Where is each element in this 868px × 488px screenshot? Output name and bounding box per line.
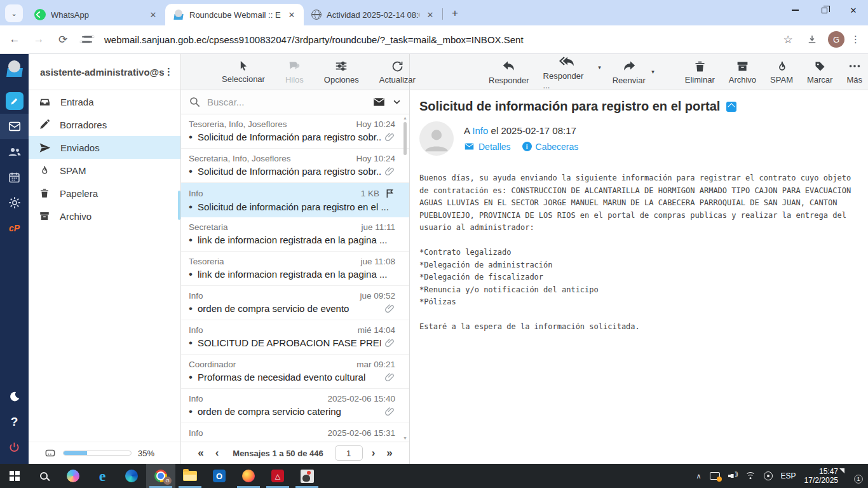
- rail-contacts-button[interactable]: [0, 139, 29, 165]
- unread-dot: •: [189, 269, 193, 280]
- dark-mode-button[interactable]: [0, 384, 29, 409]
- copilot-button[interactable]: [58, 464, 88, 488]
- select-button[interactable]: Seleccionar: [216, 60, 271, 84]
- list-scrollbar[interactable]: ▲ ▼: [402, 116, 409, 440]
- message-row[interactable]: Infojue 09:52 •orden de compra servicio …: [181, 286, 409, 320]
- message-row[interactable]: Info2025-02-06 15:31: [181, 423, 409, 442]
- tray-chevron-icon[interactable]: ∧: [696, 472, 702, 480]
- message-row[interactable]: Secretariajue 11:11 •link de informacion…: [181, 217, 409, 252]
- account-menu-button[interactable]: ⋮: [164, 66, 174, 78]
- back-button[interactable]: ←: [5, 30, 24, 49]
- message-row[interactable]: Coordinadormar 09:21 •Proformas de neces…: [181, 355, 409, 389]
- last-page-button[interactable]: »: [384, 447, 395, 459]
- wifi-icon[interactable]: [745, 472, 756, 480]
- file-explorer-button[interactable]: [175, 464, 205, 488]
- page-input[interactable]: [335, 445, 363, 461]
- internet-explorer-button[interactable]: e: [88, 464, 117, 488]
- threads-button[interactable]: Hilos: [280, 59, 309, 85]
- rail-cpanel-button[interactable]: cP: [0, 215, 29, 241]
- reply-all-caret-icon[interactable]: ▾: [598, 64, 601, 71]
- search-input[interactable]: [207, 97, 366, 107]
- forward-button[interactable]: Reenviar ▾: [607, 58, 651, 85]
- tab-search-button[interactable]: ⌄: [5, 4, 23, 22]
- scroll-down-icon[interactable]: ▼: [403, 436, 407, 440]
- sidebar-scrollbar-thumb[interactable]: [178, 191, 180, 220]
- reply-button[interactable]: Responder: [483, 58, 535, 85]
- reload-button[interactable]: ⟳: [53, 30, 72, 49]
- start-button[interactable]: [0, 464, 29, 488]
- minimize-button[interactable]: [780, 0, 810, 20]
- folder-enviados[interactable]: Enviados: [29, 136, 180, 159]
- outlook-button[interactable]: O: [205, 464, 234, 488]
- logout-button[interactable]: [0, 435, 29, 460]
- search-scope-mail-icon[interactable]: [372, 95, 386, 109]
- close-window-button[interactable]: ✕: [839, 0, 868, 20]
- message-row[interactable]: Tesoreriajue 11:08 •link de informacion …: [181, 252, 409, 286]
- url-bar[interactable]: webmail.sanjuan.gob.ec/cpsess9100832047/…: [104, 34, 773, 45]
- firefox-button[interactable]: [234, 464, 263, 488]
- mark-button[interactable]: Marcar: [801, 60, 838, 85]
- compose-button[interactable]: [0, 88, 29, 114]
- tab-close-icon[interactable]: ✕: [286, 9, 297, 20]
- chrome-button[interactable]: G: [146, 464, 175, 488]
- scrollbar-thumb[interactable]: [403, 122, 407, 155]
- folder-borradores[interactable]: Borradores: [29, 113, 180, 136]
- tab-close-icon[interactable]: ✕: [424, 9, 436, 20]
- browser-menu-button[interactable]: ⋮: [851, 34, 860, 45]
- prev-page-button[interactable]: ‹: [213, 447, 222, 459]
- tag-icon: [813, 60, 827, 73]
- language-indicator[interactable]: ESP: [781, 471, 796, 480]
- rail-mail-button[interactable]: [0, 114, 29, 139]
- folder-entrada[interactable]: Entrada: [29, 90, 180, 113]
- details-toggle[interactable]: Detalles: [464, 141, 511, 152]
- archive-button[interactable]: Archivo: [723, 60, 762, 85]
- volume-icon[interactable]: [728, 472, 737, 480]
- site-settings-button[interactable]: [78, 30, 97, 49]
- refresh-button[interactable]: Actualizar: [374, 60, 421, 85]
- folder-papelera[interactable]: Papelera: [29, 182, 180, 205]
- notification-center-button[interactable]: 1: [846, 471, 859, 481]
- message-row[interactable]: Info2025-02-06 15:40 •orden de compra se…: [181, 389, 409, 423]
- cast-icon[interactable]: [710, 472, 720, 480]
- new-tab-button[interactable]: +: [447, 5, 463, 22]
- open-in-new-window-icon[interactable]: [726, 102, 736, 112]
- message-row[interactable]: Tesoreria, Info, JosefloresHoy 10:24 •So…: [181, 114, 409, 149]
- tab-close-icon[interactable]: ✕: [147, 9, 159, 20]
- meet-now-icon[interactable]: [764, 471, 773, 480]
- message-row[interactable]: Infomié 14:04 •SOLICITUD DE APROBACION F…: [181, 320, 409, 355]
- tab-roundcube[interactable]: Roundcube Webmail :: Enviados ✕: [165, 4, 304, 25]
- delete-button[interactable]: Eliminar: [679, 60, 721, 85]
- folder-spam[interactable]: SPAM: [29, 159, 180, 182]
- headers-toggle[interactable]: i Cabeceras: [522, 142, 579, 152]
- reply-all-button[interactable]: Responder ... ▾: [538, 54, 598, 90]
- forward-caret-icon[interactable]: ▾: [651, 69, 654, 75]
- browser-profile-avatar[interactable]: G: [828, 31, 844, 48]
- taskbar-clock[interactable]: 15:47 17/2/2025: [804, 467, 838, 485]
- more-button[interactable]: Más: [841, 59, 868, 85]
- help-button[interactable]: ?: [0, 409, 29, 435]
- downloads-button[interactable]: [803, 30, 822, 49]
- rail-settings-button[interactable]: [0, 190, 29, 215]
- trash-icon: [693, 60, 707, 73]
- java-app-button[interactable]: [292, 464, 322, 488]
- scroll-up-icon[interactable]: ▲: [403, 116, 407, 120]
- taskbar-search-button[interactable]: [29, 464, 58, 488]
- search-options-chevron-icon[interactable]: [392, 97, 402, 107]
- message-row[interactable]: Secretaria, Info, JosefloresHoy 10:24 •S…: [181, 149, 409, 183]
- roundcube-logo[interactable]: [0, 54, 29, 79]
- spam-button[interactable]: SPAM: [764, 60, 799, 85]
- rail-calendar-button[interactable]: [0, 165, 29, 190]
- message-row-selected[interactable]: Info1 KB •Solicitud de información para …: [181, 183, 409, 217]
- acrobat-button[interactable]: △: [263, 464, 292, 488]
- tab-whatsapp[interactable]: WhatsApp ✕: [27, 4, 165, 25]
- edge-button[interactable]: [117, 464, 146, 488]
- folder-archivo[interactable]: Archivo: [29, 205, 180, 227]
- restore-button[interactable]: [810, 0, 839, 20]
- next-page-button[interactable]: ›: [369, 447, 378, 459]
- options-button[interactable]: Opciones: [318, 59, 365, 85]
- forward-button[interactable]: →: [29, 30, 48, 49]
- first-page-button[interactable]: «: [195, 447, 206, 459]
- tab-actividad[interactable]: Actividad 2025-02-14 08:00:00 ✕: [304, 4, 442, 25]
- recipient-link[interactable]: Info: [472, 125, 488, 136]
- bookmark-button[interactable]: ☆: [778, 30, 797, 49]
